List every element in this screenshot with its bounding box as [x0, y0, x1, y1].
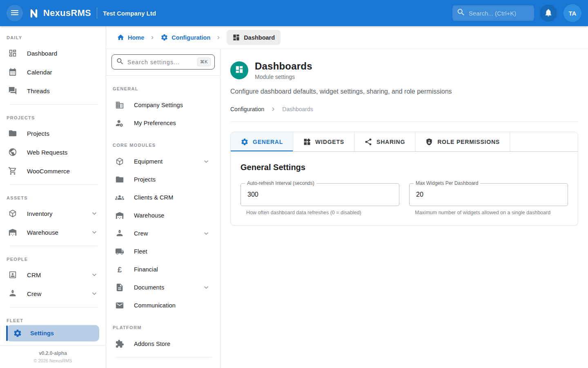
module-breadcrumb: Configuration Dashboards: [230, 105, 578, 113]
settings-nav-item-communication[interactable]: Communication: [106, 296, 220, 314]
settings-nav-item-projects[interactable]: Projects: [106, 171, 220, 188]
engineer-icon: [8, 289, 17, 298]
field-helper: How often dashboard data refreshes (0 = …: [241, 210, 399, 215]
tab-label: GENERAL: [253, 139, 283, 145]
menu-icon: [10, 8, 20, 19]
home-icon: [117, 34, 125, 41]
sidebar-item-calendar[interactable]: Calendar: [0, 63, 106, 81]
sidebar-item-projects[interactable]: Projects: [0, 124, 106, 143]
folder-icon: [115, 175, 124, 184]
chevron-down-icon: [202, 283, 210, 292]
breadcrumb-home[interactable]: Home: [117, 34, 144, 41]
page-title: Dashboards: [255, 61, 312, 72]
settings-nav-item-addons-store[interactable]: Addons Store: [106, 335, 220, 353]
bell-icon: [544, 8, 553, 18]
notifications-button[interactable]: [540, 4, 557, 22]
field-box: [409, 183, 568, 206]
nav-item-label: Crew: [27, 290, 41, 297]
settings-nav-item-clients-crm[interactable]: Clients & CRM: [106, 188, 220, 206]
truck-icon: [115, 247, 124, 256]
nav-item-label: Equipment: [134, 158, 163, 165]
sidebar-item-crew[interactable]: Crew: [0, 284, 106, 303]
cart-icon: [8, 166, 17, 175]
sidebar-item-dashboard[interactable]: Dashboard: [0, 44, 106, 63]
nav-section-label-fleet: FLEET: [0, 312, 106, 323]
brand-name: NexusRMS: [43, 8, 91, 18]
forum-icon: [8, 86, 17, 95]
settings-search[interactable]: ⌘K: [111, 54, 215, 70]
global-search[interactable]: [452, 5, 534, 21]
nav-section-label-general: GENERAL: [106, 76, 220, 96]
settings-nav-item-warehouse[interactable]: Warehouse: [106, 206, 220, 224]
module-breadcrumb-parent[interactable]: Configuration: [230, 106, 264, 112]
tab-label: ROLE PERMISSIONS: [437, 139, 500, 145]
sidebar-item-threads[interactable]: Threads: [0, 81, 106, 100]
menu-button[interactable]: [7, 5, 23, 21]
field-input-auto-refresh-interval-seconds[interactable]: [241, 191, 399, 198]
tab-sharing[interactable]: SHARING: [354, 132, 415, 151]
breadcrumb-configuration[interactable]: Configuration: [160, 34, 210, 41]
divider: [10, 184, 98, 185]
settings-nav-item-my-preferences[interactable]: My Preferences: [106, 114, 220, 132]
field-box: [241, 183, 399, 206]
nav-item-label: Dashboard: [27, 50, 57, 57]
topbar: NexusRMS Test Company Ltd TA: [0, 0, 588, 26]
sidebar-item-settings[interactable]: Settings: [7, 325, 99, 341]
settings-nav: GENERALCompany SettingsMy PreferencesCOR…: [106, 76, 220, 368]
tab-role-permissions[interactable]: ROLE PERMISSIONS: [415, 132, 510, 151]
sidebar-item-inventory[interactable]: Inventory: [0, 204, 106, 223]
sidebar-item-woocommerce[interactable]: WooCommerce: [0, 162, 106, 180]
folder-icon: [8, 129, 17, 138]
shortcut-badge: ⌘K: [197, 58, 211, 66]
brand-logo-icon: [28, 7, 40, 19]
nav-item-label: Addons Store: [134, 341, 170, 347]
nav-item-label: Projects: [134, 176, 156, 183]
dashboard-icon: [232, 34, 240, 41]
tab-general[interactable]: GENERAL: [231, 132, 293, 151]
tab-widgets[interactable]: WIDGETS: [293, 132, 354, 151]
nav-item-label: Calendar: [27, 69, 52, 76]
breadcrumb: HomeConfigurationDashboard: [106, 26, 588, 49]
field-input-max-widgets-per-dashboard[interactable]: [410, 191, 568, 198]
copyright: © 2026 NexusRMS: [0, 358, 106, 363]
divider: [230, 121, 578, 122]
sidebar-item-crm[interactable]: CRM: [0, 265, 106, 284]
nav-item-label: Warehouse: [134, 212, 165, 219]
contact-card-icon: [8, 270, 17, 279]
settings-nav-item-company-settings[interactable]: Company Settings: [106, 96, 220, 114]
form-field-max-widgets-per-dashboard: Max Widgets Per DashboardMaximum number …: [409, 183, 568, 215]
company-icon: [115, 101, 124, 110]
user-avatar[interactable]: TA: [564, 4, 581, 22]
breadcrumb-dashboard[interactable]: Dashboard: [227, 30, 281, 45]
nav-section-label-projects: PROJECTS: [0, 109, 106, 124]
settings-nav-item-financial[interactable]: £Financial: [106, 260, 220, 278]
sidebar-item-web-requests[interactable]: Web Requests: [0, 143, 106, 162]
fields: Auto-refresh Interval (seconds)How often…: [241, 183, 568, 215]
document-icon: [115, 283, 124, 292]
field-label: Auto-refresh Interval (seconds): [245, 180, 316, 186]
tab-label: SHARING: [376, 139, 405, 145]
settings-nav-item-fleet[interactable]: Fleet: [106, 242, 220, 260]
widgets-icon: [303, 138, 311, 146]
nav-item-label: Fleet: [134, 248, 147, 255]
settings-nav-item-documents[interactable]: Documents: [106, 278, 220, 296]
module-avatar: [230, 61, 248, 79]
nav-item-label: My Preferences: [134, 120, 176, 126]
nav-item-label: CRM: [27, 272, 41, 278]
divider: [10, 307, 98, 307]
settings-nav-item-equipment[interactable]: Equipment: [106, 153, 220, 171]
search-icon: [116, 57, 124, 67]
nav-item-label: Warehouse: [27, 229, 58, 236]
settings-search-input[interactable]: [127, 59, 194, 65]
sidebar-settings-label: Settings: [30, 330, 54, 337]
nav-item-label: Clients & CRM: [134, 194, 173, 201]
box-icon: [8, 209, 17, 218]
topbar-divider: [97, 7, 97, 19]
nav-item-label: Company Settings: [134, 102, 183, 108]
sidebar-item-warehouse[interactable]: Warehouse: [0, 223, 106, 242]
nav-item-label: Crew: [134, 230, 148, 237]
calendar-icon: [8, 67, 17, 76]
settings-nav-item-crew[interactable]: Crew: [106, 224, 220, 242]
groups-icon: [115, 193, 124, 202]
global-search-input[interactable]: [469, 10, 530, 17]
